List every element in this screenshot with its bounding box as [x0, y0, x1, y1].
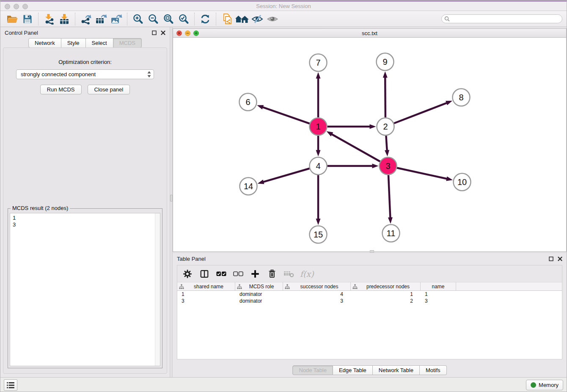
table-settings-icon[interactable] [181, 268, 194, 280]
export-image-icon[interactable] [109, 12, 124, 26]
horizontal-splitter[interactable] [173, 252, 567, 253]
export-table-icon[interactable] [94, 12, 109, 26]
close-panel-icon[interactable] [558, 257, 562, 261]
tab-select[interactable]: Select [86, 38, 113, 48]
column-header-successor-nodes[interactable]: successor nodes [283, 282, 351, 290]
tab-network[interactable]: Network [28, 38, 61, 48]
graph-node-1[interactable]: 1 [310, 118, 327, 135]
column-header-shared-name[interactable]: shared name [177, 282, 235, 290]
column-header-predecessor-nodes[interactable]: predecessor nodes [351, 282, 421, 290]
tab-mcds[interactable]: MCDS [113, 38, 142, 48]
cell-name[interactable]: 1 [421, 291, 456, 297]
add-row-icon[interactable] [248, 268, 262, 280]
splitter-grip[interactable] [170, 195, 173, 202]
graph-node-3[interactable]: 3 [380, 157, 397, 175]
close-window-icon[interactable] [5, 4, 10, 9]
refresh-layout-icon[interactable] [198, 12, 213, 26]
table-row[interactable]: 1dominator411 [177, 291, 562, 298]
run-mcds-button[interactable]: Run MCDS [40, 85, 82, 94]
cell-successor-nodes[interactable]: 4 [283, 291, 351, 297]
graph-edge-1-6[interactable] [257, 105, 309, 124]
network-window-titlebar[interactable]: scc.txt [173, 29, 566, 38]
network-graph[interactable]: 1234678910111415 [173, 38, 567, 251]
cell-predecessor-nodes[interactable]: 1 [351, 291, 421, 297]
deselect-all-rows-icon[interactable] [231, 268, 245, 280]
cell-shared-name[interactable]: 1 [177, 291, 235, 297]
close-panel-button[interactable]: Close panel [88, 85, 130, 94]
zoom-out-icon[interactable] [146, 12, 161, 26]
select-all-rows-icon[interactable] [215, 268, 228, 280]
cell-successor-nodes[interactable]: 3 [283, 298, 351, 304]
cell-name[interactable]: 3 [421, 298, 456, 304]
tab-node-table[interactable]: Node Table [292, 365, 333, 375]
cell-mcds-role[interactable]: dominator [235, 291, 283, 297]
optimization-criterion-dropdown[interactable]: strongly connected component [16, 69, 154, 79]
import-table-icon[interactable] [57, 12, 72, 26]
graph-edge-1-4[interactable] [316, 136, 321, 157]
zoom-fit-icon[interactable] [161, 12, 176, 26]
graph-edge-2-9[interactable] [383, 71, 388, 117]
vertical-splitter[interactable] [170, 27, 173, 377]
column-header-mcds-role[interactable]: MCDS role [235, 282, 283, 290]
task-history-button[interactable] [4, 379, 17, 391]
import-network-icon[interactable] [41, 12, 57, 26]
cell-shared-name[interactable]: 3 [177, 298, 235, 304]
cell-predecessor-nodes[interactable]: 2 [351, 298, 421, 304]
splitter-grip[interactable] [370, 250, 374, 253]
graph-edge-2-3[interactable] [385, 135, 389, 156]
zoom-in-icon[interactable] [130, 12, 146, 26]
graph-edge-2-8[interactable] [394, 101, 452, 123]
mcds-result-scrollbar[interactable] [155, 213, 160, 366]
close-panel-icon[interactable] [161, 30, 165, 35]
delete-table-icon[interactable] [282, 268, 296, 280]
tab-style[interactable]: Style [61, 38, 86, 48]
graph-node-14[interactable]: 14 [240, 178, 257, 195]
column-header-name[interactable]: name [421, 282, 456, 290]
graph-node-15[interactable]: 15 [310, 226, 327, 243]
graph-node-10[interactable]: 10 [454, 174, 471, 191]
graph-edge-4-3[interactable] [328, 164, 379, 168]
minimize-window-icon[interactable] [14, 4, 19, 9]
graph-edge-4-14[interactable] [258, 168, 310, 184]
show-columns-icon[interactable] [198, 268, 211, 280]
home-icon[interactable] [234, 12, 250, 26]
graph-edge-1-7[interactable] [316, 72, 321, 118]
network-minimize-icon[interactable] [185, 30, 190, 36]
save-session-icon[interactable] [20, 12, 35, 26]
hide-eye-icon[interactable] [250, 12, 265, 26]
graph-node-11[interactable]: 11 [383, 225, 400, 242]
apply-function-icon[interactable]: f(x) [299, 269, 314, 279]
graph-edge-4-15[interactable] [316, 175, 321, 225]
graph-edge-3-10[interactable] [397, 168, 453, 181]
duplicate-network-icon[interactable] [219, 12, 234, 26]
graph-node-2[interactable]: 2 [377, 118, 394, 135]
network-close-icon[interactable] [176, 30, 182, 36]
graph-node-6[interactable]: 6 [239, 94, 257, 111]
search-field[interactable] [441, 14, 562, 23]
window-controls[interactable] [5, 4, 28, 9]
search-input[interactable] [441, 14, 562, 23]
graph-node-7[interactable]: 7 [310, 54, 327, 72]
tab-motifs[interactable]: Motifs [420, 365, 447, 375]
graph-edge-1-2[interactable] [328, 124, 376, 129]
table-body[interactable]: 1dominator4113dominator323 [177, 291, 562, 359]
graph-node-9[interactable]: 9 [377, 53, 394, 71]
maximize-window-icon[interactable] [22, 4, 28, 9]
graph-node-8[interactable]: 8 [453, 89, 470, 106]
memory-button[interactable]: Memory [526, 380, 563, 390]
float-panel-icon[interactable] [549, 257, 553, 261]
tab-edge-table[interactable]: Edge Table [333, 365, 373, 375]
open-session-icon[interactable] [5, 12, 20, 26]
export-network-icon[interactable] [78, 12, 94, 26]
mcds-result-textarea[interactable]: 1 3 [10, 213, 160, 366]
network-canvas[interactable]: 1234678910111415 [173, 38, 566, 251]
graph-node-4[interactable]: 4 [310, 157, 327, 175]
zoom-selected-icon[interactable] [176, 12, 191, 26]
table-row[interactable]: 3dominator323 [177, 298, 562, 304]
graph-edge-3-11[interactable] [388, 175, 393, 224]
show-eye-icon[interactable] [265, 12, 280, 26]
network-maximize-icon[interactable] [193, 30, 199, 36]
tab-network-table[interactable]: Network Table [373, 365, 420, 375]
graph-edge-3-1[interactable] [327, 131, 380, 161]
cell-mcds-role[interactable]: dominator [235, 298, 283, 304]
